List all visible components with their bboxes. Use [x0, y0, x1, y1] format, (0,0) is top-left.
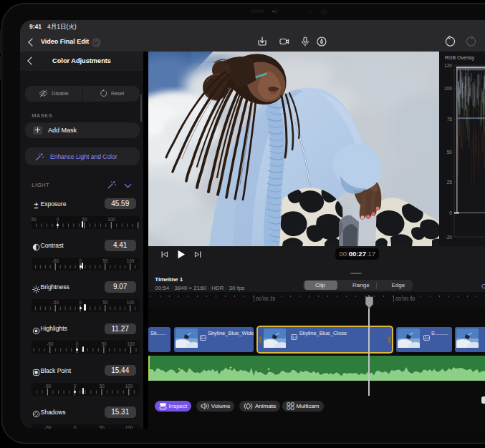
- svg-text:50: 50: [447, 150, 453, 155]
- svg-text:75: 75: [447, 117, 453, 122]
- svg-text:-20: -20: [445, 235, 452, 240]
- svg-text:25: 25: [447, 180, 453, 185]
- svg-text:RGB Overlay: RGB Overlay: [445, 55, 475, 61]
- svg-text:120: 120: [444, 63, 452, 68]
- svg-text:0: 0: [449, 210, 452, 215]
- svg-text:100: 100: [444, 86, 452, 91]
